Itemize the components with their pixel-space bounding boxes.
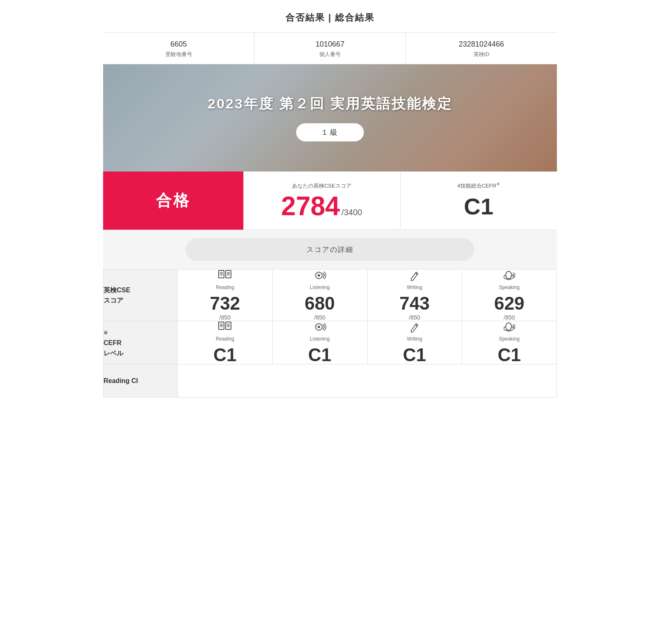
info-row: 6605 受験地番号 1010667 個人番号 23281024466 英検ID bbox=[103, 33, 557, 64]
cse-score-value: 2784 bbox=[281, 193, 340, 219]
speaking-cefr-value: C1 bbox=[462, 346, 556, 364]
personal-number-label: 個人番号 bbox=[319, 51, 341, 57]
writing-icon bbox=[368, 270, 462, 283]
listening-cefr-icon bbox=[273, 321, 367, 334]
reading-score: 732 bbox=[178, 294, 272, 313]
writing-cefr-label: Writing bbox=[368, 336, 462, 342]
cefr-label: 4技能総合CEFR※ bbox=[457, 181, 500, 190]
writing-max: /850 bbox=[368, 314, 462, 321]
personal-number: 1010667 bbox=[259, 40, 401, 49]
speaking-icon bbox=[462, 270, 556, 283]
page-title: 合否結果 | 総合結果 bbox=[103, 0, 557, 33]
cefr-note: ※ bbox=[496, 181, 500, 186]
cefr-row: ※ CEFRレベル Readi bbox=[104, 321, 557, 364]
speaking-score: 629 bbox=[462, 294, 556, 313]
eiken-id-cell: 23281024466 英検ID bbox=[406, 33, 557, 64]
listening-max: /850 bbox=[273, 314, 367, 321]
speaking-cefr-label: Speaking bbox=[462, 336, 556, 342]
reading-score-cell: Reading 732 /850 bbox=[178, 270, 273, 321]
listening-label: Listening bbox=[273, 284, 367, 290]
writing-cefr-icon bbox=[368, 321, 462, 334]
listening-icon bbox=[273, 270, 367, 283]
speaking-cefr-cell: Speaking C1 bbox=[462, 321, 557, 364]
cse-label: あなたの英検CSEスコア bbox=[292, 182, 351, 190]
pass-cell: 合格 bbox=[103, 172, 243, 230]
reading-icon bbox=[178, 270, 272, 283]
cefr-block: 4技能総合CEFR※ C1 bbox=[401, 172, 557, 230]
cefr-row-label-cell: ※ CEFRレベル bbox=[104, 321, 178, 364]
exam-location-label: 受験地番号 bbox=[165, 51, 192, 57]
writing-score: 743 bbox=[368, 294, 462, 313]
writing-cefr-cell: Writing C1 bbox=[367, 321, 462, 364]
cse-scores-row: 英検CSEスコア Reading 732 bbox=[104, 270, 557, 321]
svg-rect-1 bbox=[226, 270, 231, 278]
reading-label: Reading bbox=[178, 284, 272, 290]
listening-cefr-value: C1 bbox=[273, 346, 367, 364]
writing-cefr-value: C1 bbox=[368, 346, 462, 364]
reading-ci-label: Reading CI bbox=[104, 376, 177, 386]
score-details-row: スコアの詳細 bbox=[103, 230, 557, 269]
hero-banner: 2023年度 第２回 実用英語技能検定 １級 bbox=[103, 64, 557, 172]
cse-score-block: あなたの英検CSEスコア 2784 /3400 bbox=[243, 172, 401, 230]
cse-score-max: /3400 bbox=[342, 208, 362, 217]
writing-score-cell: Writing 743 /850 bbox=[367, 270, 462, 321]
listening-cefr-label: Listening bbox=[273, 336, 367, 342]
cefr-row-label: ※ CEFRレベル bbox=[104, 327, 177, 359]
svg-rect-0 bbox=[219, 270, 224, 278]
reading-cefr-label: Reading bbox=[178, 336, 272, 342]
cefr-asterisk: ※ bbox=[104, 330, 108, 336]
listening-score-cell: Listening 680 /850 bbox=[272, 270, 367, 321]
writing-label: Writing bbox=[368, 284, 462, 290]
reading-cefr-icon bbox=[178, 321, 272, 334]
listening-cefr-cell: Listening C1 bbox=[272, 321, 367, 364]
score-details-button[interactable]: スコアの詳細 bbox=[186, 238, 474, 261]
reading-ci-content bbox=[178, 364, 557, 397]
score-area: あなたの英検CSEスコア 2784 /3400 4技能総合CEFR※ C1 bbox=[243, 172, 557, 230]
skills-table: 英検CSEスコア Reading 732 bbox=[103, 269, 557, 397]
svg-point-21 bbox=[318, 326, 320, 328]
eiken-id: 23281024466 bbox=[410, 40, 553, 49]
listening-score: 680 bbox=[273, 294, 367, 313]
reading-ci-label-cell: Reading CI bbox=[104, 364, 178, 397]
speaking-cefr-icon bbox=[462, 321, 556, 334]
pass-text: 合格 bbox=[156, 190, 191, 211]
reading-cefr-value: C1 bbox=[178, 346, 272, 364]
personal-number-cell: 1010667 個人番号 bbox=[255, 33, 406, 64]
reading-ci-row: Reading CI bbox=[104, 364, 557, 397]
exam-location-cell: 6605 受験地番号 bbox=[103, 33, 255, 64]
hero-title: 2023年度 第２回 実用英語技能検定 bbox=[207, 94, 453, 113]
cse-score-main: 2784 /3400 bbox=[281, 193, 362, 219]
eiken-id-label: 英検ID bbox=[474, 51, 490, 57]
result-section: 合格 あなたの英検CSEスコア 2784 /3400 4技能総合CEFR※ C1 bbox=[103, 172, 557, 230]
cse-row-label: 英検CSEスコア bbox=[104, 285, 177, 306]
speaking-label: Speaking bbox=[462, 284, 556, 290]
speaking-score-cell: Speaking 629 /850 bbox=[462, 270, 557, 321]
svg-point-23 bbox=[506, 323, 512, 330]
grade-badge: １級 bbox=[296, 123, 364, 141]
svg-point-9 bbox=[318, 274, 320, 277]
reading-cefr-cell: Reading C1 bbox=[178, 321, 273, 364]
svg-rect-12 bbox=[219, 322, 224, 329]
speaking-max: /850 bbox=[462, 314, 556, 321]
svg-rect-13 bbox=[226, 322, 231, 329]
exam-location-number: 6605 bbox=[107, 40, 250, 49]
cefr-level: C1 bbox=[464, 193, 493, 220]
reading-max: /850 bbox=[178, 314, 272, 321]
cse-row-label-cell: 英検CSEスコア bbox=[104, 270, 178, 321]
svg-point-11 bbox=[506, 271, 512, 279]
